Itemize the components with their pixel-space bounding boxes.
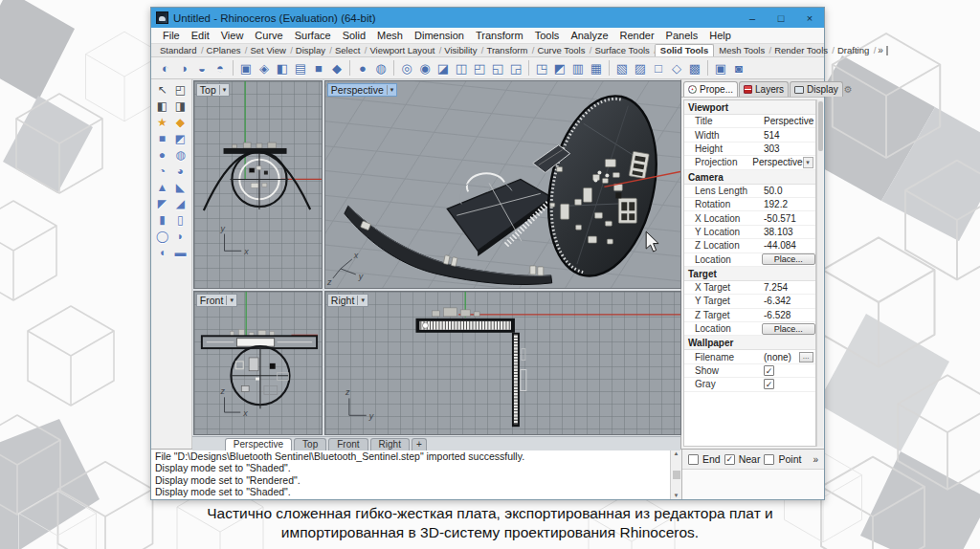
viewport-perspective[interactable]: Perspective ▾ (324, 80, 681, 289)
scrollbar-thumb[interactable] (818, 101, 823, 151)
menu-curve[interactable]: Curve (249, 30, 288, 41)
toolbar-tab-visibility[interactable]: Visibility (439, 45, 481, 56)
solid-tool-icon[interactable]: ◱ (489, 59, 506, 77)
solid-tool-icon[interactable]: ● (354, 59, 371, 77)
solid-tool-icon[interactable]: ◲ (507, 59, 524, 77)
projection-dropdown[interactable]: ▾ (803, 157, 813, 168)
rotate-icon[interactable]: ◨ (171, 99, 189, 114)
toolbar-tab-viewport-layout[interactable]: Viewport Layout (365, 45, 439, 56)
solid-tool-icon[interactable]: □ (650, 59, 667, 77)
sphere-variant-icon[interactable]: ◍ (171, 147, 189, 163)
solid-tool-icon[interactable]: ◈ (256, 59, 273, 77)
explode-icon[interactable]: ★ (153, 115, 171, 130)
solid-tool-icon[interactable]: ◓ (212, 59, 229, 77)
sphere-tool-icon[interactable]: ● (153, 147, 171, 163)
show-checkbox[interactable]: ✓ (764, 365, 774, 376)
toolbar-tab-transform[interactable]: Transform (481, 45, 532, 56)
tab-layers[interactable]: Layers (739, 81, 789, 97)
solid-tool-icon[interactable]: ◫ (453, 59, 470, 77)
slab-tool-icon[interactable]: ▬ (171, 245, 189, 260)
solid-tool-icon[interactable]: ◩ (551, 59, 568, 77)
solid-tool-icon[interactable]: ▦ (588, 59, 605, 77)
tab-overflow-chevron[interactable]: » (878, 45, 883, 56)
viewport-right[interactable]: Right ▾ (324, 291, 681, 435)
titlebar[interactable]: Untitled - Rhinoceros (Evaluation) (64-b… (151, 8, 824, 28)
solid-tool-icon[interactable]: ▩ (686, 59, 703, 77)
menu-help[interactable]: Help (703, 30, 737, 41)
menu-panels[interactable]: Panels (660, 30, 704, 41)
solid-tool-icon[interactable]: ◪ (434, 59, 452, 77)
solid-tool-icon[interactable]: ◙ (730, 59, 747, 77)
solid-tool-icon[interactable]: ◰ (471, 59, 488, 77)
cone-tool-icon[interactable]: ▲ (153, 180, 171, 195)
viewport-top-label[interactable]: Top ▾ (196, 83, 230, 97)
toolbar-tab-cplanes[interactable]: CPlanes (202, 45, 246, 56)
menu-edit[interactable]: Edit (186, 30, 215, 41)
toolbar-tab-solid-tools[interactable]: Solid Tools (655, 44, 715, 56)
toolbar-tab-curve-tools[interactable]: Curve Tools (532, 45, 590, 56)
solid-tool-icon[interactable]: ◆ (328, 59, 345, 77)
toolbar-tab-select[interactable]: Select (330, 45, 365, 56)
gear-icon[interactable]: ⚙ (844, 84, 855, 97)
box-variant-icon[interactable]: ◩ (171, 131, 189, 146)
close-button[interactable]: × (795, 8, 824, 28)
toolbar-tab-mesh-tools[interactable]: Mesh Tools (714, 45, 769, 56)
menu-surface[interactable]: Surface (289, 30, 337, 41)
cylinder-tool-icon[interactable]: ▮ (153, 212, 171, 228)
torus-tool-icon[interactable]: ◯ (153, 229, 171, 244)
menu-render[interactable]: Render (614, 30, 660, 41)
ellipsoid-tool-icon[interactable]: ◔ (153, 164, 171, 179)
paraboloid-tool-icon[interactable]: ◕ (171, 164, 189, 179)
viewport-front[interactable]: Front ▾ (193, 291, 323, 435)
select-pointer-icon[interactable]: ↖ (153, 82, 171, 98)
trim-icon[interactable]: ◆ (171, 115, 189, 130)
solid-tool-icon[interactable]: ◇ (668, 59, 685, 77)
solid-tool-icon[interactable]: ◍ (372, 59, 390, 77)
viewport-tab-top[interactable]: Top (294, 438, 326, 450)
camera-place-button[interactable]: Place... (762, 253, 815, 265)
solid-tool-icon[interactable]: ◳ (533, 59, 550, 77)
tab-properties[interactable]: Prope... (683, 81, 738, 97)
toolbar-options-icon[interactable] (886, 46, 888, 55)
target-place-button[interactable]: Place... (762, 323, 815, 335)
viewport-front-label[interactable]: Front ▾ (196, 294, 237, 307)
pipe-tool-icon[interactable]: ◗ (171, 229, 189, 244)
solid-tool-icon[interactable]: ▣ (712, 59, 729, 77)
toolbar-tab-setview[interactable]: Set View (245, 45, 290, 56)
menu-tools[interactable]: Tools (529, 30, 566, 41)
maximize-button[interactable]: □ (767, 8, 795, 28)
add-viewport-tab-button[interactable]: + (412, 438, 427, 450)
solid-tool-icon[interactable]: ▧ (613, 59, 631, 77)
minimize-button[interactable]: – (738, 8, 767, 28)
panel-scrollbar[interactable] (816, 99, 823, 447)
pipe-variant-icon[interactable]: ◖ (153, 245, 171, 260)
menu-dimension[interactable]: Dimension (409, 30, 470, 41)
pyramid-variant-icon[interactable]: ◢ (171, 196, 189, 211)
command-scrollbar[interactable]: ▲ ▼ (670, 450, 681, 499)
gray-checkbox[interactable]: ✓ (764, 379, 774, 389)
menu-solid[interactable]: Solid (337, 30, 371, 41)
menu-mesh[interactable]: Mesh (371, 30, 409, 41)
toolbar-tab-standard[interactable]: Standard (155, 45, 202, 56)
scroll-up-icon[interactable]: ▲ (674, 450, 679, 456)
solid-tool-icon[interactable]: ◎ (398, 59, 415, 77)
tube-tool-icon[interactable]: ▯ (171, 212, 189, 228)
pyramid-tool-icon[interactable]: ◤ (153, 196, 171, 211)
viewport-perspective-label[interactable]: Perspective ▾ (327, 83, 397, 97)
viewport-top[interactable]: Top ▾ (193, 80, 323, 289)
solid-tool-icon[interactable]: ▨ (632, 59, 649, 77)
viewport-tab-right[interactable]: Right (370, 438, 410, 450)
browse-button[interactable]: ... (799, 352, 813, 362)
osnap-overflow-chevron[interactable]: » (813, 454, 818, 465)
solid-tool-icon[interactable]: ▣ (237, 59, 255, 77)
toolbar-tab-surface-tools[interactable]: Surface Tools (590, 45, 654, 56)
solid-tool-icon[interactable]: ◐ (157, 59, 174, 77)
control-points-icon[interactable]: ◰ (171, 82, 189, 98)
box-tool-icon[interactable]: ■ (153, 131, 171, 146)
toolbar-tab-display[interactable]: Display (291, 45, 330, 56)
menu-transform[interactable]: Transform (470, 30, 529, 41)
viewport-right-label[interactable]: Right ▾ (327, 294, 368, 307)
solid-tool-icon[interactable]: ◉ (416, 59, 434, 77)
point-checkbox[interactable] (764, 454, 774, 465)
near-checkbox[interactable]: ✓ (724, 454, 735, 465)
